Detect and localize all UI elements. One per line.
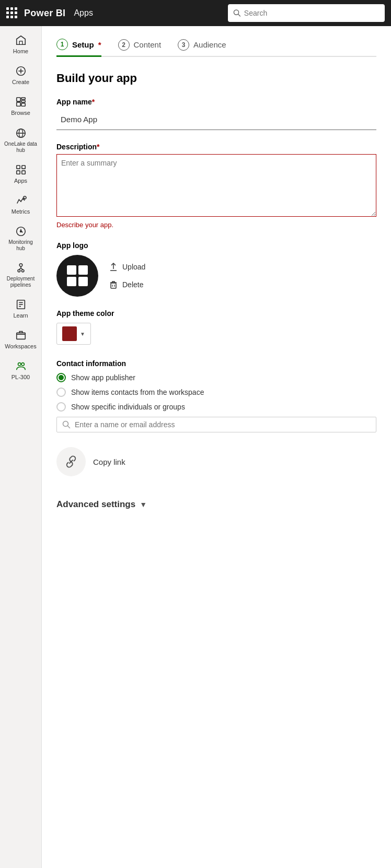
svg-rect-33 [67,265,76,275]
tab-content-label: Content [134,40,162,49]
sidebar-item-apps-label: Apps [14,178,27,184]
radio-individuals [56,402,66,412]
tab-setup-required: * [98,40,101,49]
upload-icon [109,262,118,272]
logo-buttons: Upload Delete [109,260,145,291]
svg-line-43 [68,426,70,428]
svg-rect-2 [19,41,22,44]
search-icon [233,9,241,17]
apps-icon [15,164,27,175]
sidebar-item-onelake-label: OneLake data hub [4,141,38,154]
contact-search-input[interactable] [75,420,371,429]
description-group: Description* Describe your app. [56,143,376,229]
tab-audience-label: Audience [193,40,226,49]
sidebar-item-deployment-label: Deployment pipelines [4,276,38,288]
upload-button[interactable]: Upload [109,260,145,274]
svg-rect-16 [16,170,19,173]
sidebar-item-metrics[interactable]: Metrics [2,191,40,219]
app-name-label: App name* [56,98,376,106]
svg-rect-39 [111,283,116,288]
workspaces-icon [15,330,27,341]
delete-label: Delete [122,280,143,289]
svg-rect-6 [16,98,20,101]
search-input[interactable] [244,9,380,17]
sidebar: Home Create Browse [0,26,42,868]
contact-option-individuals[interactable]: Show specific individuals or groups [56,402,376,412]
copy-link-circle[interactable] [56,447,86,476]
waffle-menu[interactable] [6,7,18,19]
sidebar-item-apps[interactable]: Apps [2,160,40,189]
svg-rect-17 [21,170,25,173]
sidebar-item-pl300[interactable]: PL-300 [2,356,40,385]
sidebar-item-create-label: Create [12,79,29,86]
copy-link-icon [64,454,78,469]
svg-point-23 [19,264,22,267]
contact-search-icon [62,420,71,429]
description-label: Description* [56,143,376,151]
svg-rect-14 [16,165,19,168]
color-picker-button[interactable]: ▼ [56,323,91,345]
svg-line-1 [238,14,240,16]
sidebar-item-browse[interactable]: Browse [2,92,40,121]
app-logo-section: App logo [56,241,376,297]
wizard-tabs: 1 Setup* 2 Content 3 Audience [56,39,376,57]
tab-setup[interactable]: 1 Setup* [56,39,101,57]
app-logo-preview [56,255,98,297]
sidebar-item-home[interactable]: Home [2,30,40,59]
delete-button[interactable]: Delete [109,278,145,291]
contact-search-wrap[interactable] [56,417,376,432]
main-layout: Home Create Browse [0,26,391,868]
tab-audience[interactable]: 3 Audience [178,39,226,56]
contact-individuals-label: Show specific individuals or groups [71,403,185,411]
contact-info-label: Contact information [56,359,376,368]
contact-option-workspace[interactable]: Show items contacts from the workspace [56,388,376,397]
app-logo-label: App logo [56,241,376,250]
pl300-icon [15,360,27,372]
sidebar-item-learn[interactable]: Learn [2,295,40,323]
monitoring-icon [15,226,27,237]
delete-icon [109,280,118,289]
copy-link-label[interactable]: Copy link [93,458,125,466]
svg-rect-35 [67,277,76,286]
sidebar-item-create[interactable]: Create [2,61,40,90]
app-name-input[interactable] [56,109,376,130]
sidebar-item-learn-label: Learn [13,312,28,319]
contact-option-publisher[interactable]: Show app publisher [56,373,376,382]
tab-content-num: 2 [118,39,130,51]
sidebar-item-workspaces[interactable]: Workspaces [2,325,40,354]
app-name-required: * [92,98,95,106]
advanced-settings-label: Advanced settings [56,499,135,510]
svg-rect-15 [21,165,25,168]
color-picker-row: ▼ [56,323,376,345]
svg-rect-30 [16,333,25,339]
search-box[interactable] [228,4,385,22]
browse-icon [15,96,27,108]
radio-workspace [56,388,66,397]
svg-point-31 [18,363,21,366]
tab-content[interactable]: 2 Content [118,39,162,56]
home-icon [15,34,27,46]
svg-rect-36 [78,277,88,286]
chevron-down-icon: ▼ [80,331,85,337]
sidebar-item-metrics-label: Metrics [12,208,30,215]
svg-rect-9 [21,101,25,103]
tab-setup-num: 1 [56,39,68,50]
radio-publisher-dot [59,375,64,380]
sidebar-item-onelake[interactable]: OneLake data hub [2,123,40,158]
contact-publisher-label: Show app publisher [71,373,135,382]
theme-color-label: App theme color [56,309,376,318]
topbar-apps-label: Apps [74,8,93,18]
description-error: Describe your app. [56,221,376,229]
onelake-icon [15,127,27,139]
sidebar-item-deployment[interactable]: Deployment pipelines [2,258,40,292]
sidebar-item-monitoring[interactable]: Monitoring hub [2,221,40,256]
contact-info-section: Contact information Show app publisher S… [56,359,376,432]
description-required: * [97,143,99,151]
svg-rect-8 [21,98,25,100]
svg-point-22 [20,231,21,232]
contact-radio-group: Show app publisher Show items contacts f… [56,373,376,412]
advanced-settings-row[interactable]: Advanced settings ▼ [56,493,376,516]
description-input[interactable] [56,154,376,217]
tab-audience-num: 3 [178,39,189,51]
svg-point-25 [21,269,24,272]
